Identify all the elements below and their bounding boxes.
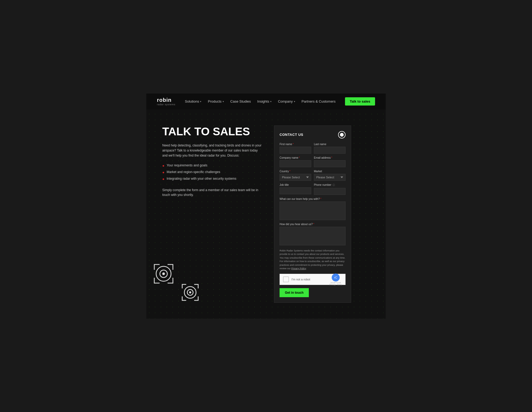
svg-point-4	[187, 289, 193, 295]
market-group: Market Please Select	[314, 170, 346, 181]
help-group: What can our team help you with?*	[280, 197, 346, 220]
nav-insights[interactable]: Insights ▾	[257, 99, 272, 103]
svg-text:rC: rC	[334, 276, 337, 279]
submit-button[interactable]: Get in touch	[280, 288, 309, 297]
recaptcha-label: I'm not a robot	[292, 278, 310, 281]
nav-solutions[interactable]: Solutions ▾	[185, 99, 201, 103]
chevron-down-icon: ▾	[223, 100, 224, 103]
logo-sub: radar systems	[157, 103, 176, 106]
logo[interactable]: robin radar systems	[157, 97, 176, 106]
first-name-label: First name*	[280, 143, 311, 146]
hear-label: How did you hear about us?*	[280, 223, 346, 226]
nav-products[interactable]: Products ▾	[208, 99, 224, 103]
svg-point-5	[189, 291, 191, 293]
job-phone-row: Job title Phone number ⓘ	[280, 183, 346, 195]
recaptcha-checkbox[interactable]	[283, 276, 289, 282]
privacy-policy-link[interactable]: Privacy Policy	[291, 267, 306, 270]
country-select[interactable]: Please Select	[280, 174, 311, 181]
chevron-down-icon: ▾	[270, 100, 272, 103]
target-center-icon	[340, 133, 344, 137]
recaptcha-brand: reCAPTCHAPrivacy · Terms	[329, 282, 342, 285]
job-title-group: Job title	[280, 183, 311, 195]
last-name-group: Last name	[314, 143, 346, 154]
main-content: TALK TO SALES Need help detecting, class…	[146, 110, 386, 319]
email-label: Email address*	[314, 156, 346, 159]
talk-to-sales-button[interactable]: Talk to sales	[345, 97, 375, 106]
country-group: Country* Please Select	[280, 170, 311, 181]
svg-point-0	[156, 266, 171, 281]
company-email-row: Company name* Email address*	[280, 156, 346, 167]
chevron-down-icon: ▾	[294, 100, 295, 103]
intro-text: Need help detecting, classifying, and tr…	[162, 143, 263, 158]
company-name-input[interactable]	[280, 160, 311, 167]
chevron-down-icon: ▾	[200, 100, 201, 103]
bullet-icon: ●	[162, 163, 164, 168]
first-name-input[interactable]	[280, 147, 311, 154]
phone-input[interactable]	[314, 188, 346, 195]
list-item: ● Your requirements and goals	[162, 163, 263, 168]
first-name-group: First name*	[280, 143, 311, 154]
svg-point-3	[184, 287, 196, 298]
help-label: What can our team help you with?*	[280, 197, 346, 200]
radar-icon-small	[181, 283, 200, 303]
privacy-text: Robin Radar Systems needs the contact in…	[280, 249, 346, 271]
last-name-input[interactable]	[314, 147, 346, 154]
nav-links: Solutions ▾ Products ▾ Case Studies Insi…	[185, 99, 335, 103]
navigation: robin radar systems Solutions ▾ Products…	[146, 94, 386, 110]
phone-group: Phone number ⓘ	[314, 183, 346, 195]
job-title-input[interactable]	[280, 187, 311, 194]
job-title-label: Job title	[280, 183, 311, 186]
contact-form-panel: CONTACT US First name* L	[274, 125, 351, 303]
recaptcha-logo: rC reCAPTCHAPrivacy · Terms	[329, 273, 342, 285]
nav-company[interactable]: Company ▾	[278, 99, 295, 103]
market-select[interactable]: Please Select	[314, 174, 346, 181]
bullet-list: ● Your requirements and goals ● Market a…	[162, 163, 263, 181]
svg-point-2	[162, 272, 165, 275]
page-title: TALK TO SALES	[162, 125, 263, 138]
email-input[interactable]	[314, 160, 346, 167]
country-market-row: Country* Please Select Market Please Sel…	[280, 170, 346, 181]
bullet-icon: ●	[162, 170, 164, 175]
recaptcha-widget[interactable]: I'm not a robot rC reCAPTCHAPrivacy · Te…	[280, 274, 346, 285]
list-item: ● Market and region-specific challenges	[162, 170, 263, 175]
hear-textarea[interactable]	[280, 227, 346, 245]
target-icon	[338, 131, 346, 138]
hear-group: How did you hear about us?*	[280, 223, 346, 245]
svg-point-1	[160, 270, 167, 278]
bullet-icon: ●	[162, 177, 164, 181]
nav-case-studies[interactable]: Case Studies	[230, 99, 251, 103]
email-group: Email address*	[314, 156, 346, 167]
radar-icon-large	[152, 262, 176, 287]
phone-label: Phone number ⓘ	[314, 183, 346, 187]
list-item: ● Integrating radar with your other secu…	[162, 177, 263, 181]
contact-form-box: CONTACT US First name* L	[274, 125, 351, 303]
help-textarea[interactable]	[280, 201, 346, 220]
last-name-label: Last name	[314, 143, 346, 146]
name-row: First name* Last name	[280, 143, 346, 154]
left-panel: TALK TO SALES Need help detecting, class…	[162, 125, 263, 303]
country-label: Country*	[280, 170, 311, 173]
market-label: Market	[314, 170, 346, 173]
company-name-group: Company name*	[280, 156, 311, 167]
form-header: CONTACT US	[280, 131, 346, 138]
company-name-label: Company name*	[280, 156, 311, 159]
recaptcha-left: I'm not a robot	[283, 276, 310, 282]
form-note: Simply complete the form and a member of…	[162, 188, 263, 197]
form-title: CONTACT US	[280, 133, 303, 137]
nav-partners[interactable]: Partners & Customers	[302, 99, 336, 103]
logo-main: robin	[157, 97, 176, 103]
